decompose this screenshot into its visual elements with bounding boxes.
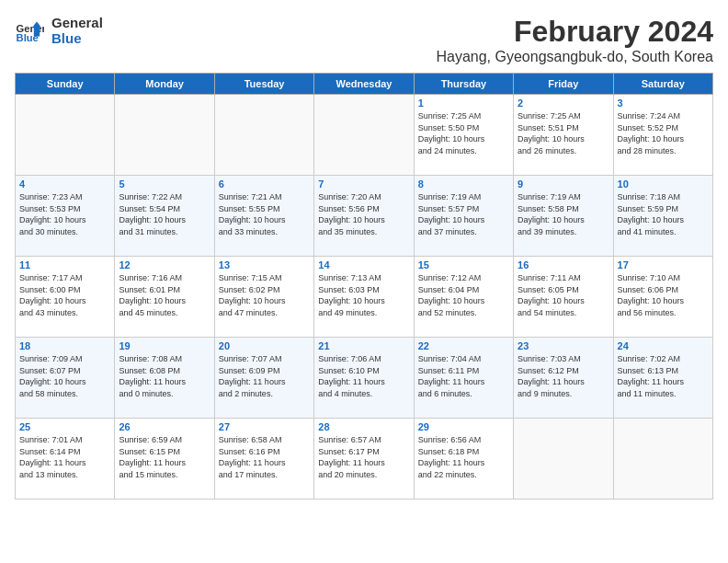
day-info: Sunrise: 7:11 AM Sunset: 6:05 PM Dayligh… bbox=[518, 272, 609, 318]
calendar-cell bbox=[115, 95, 214, 176]
calendar-cell: 1Sunrise: 7:25 AM Sunset: 5:50 PM Daylig… bbox=[414, 95, 513, 176]
day-number: 21 bbox=[318, 340, 409, 351]
day-info: Sunrise: 7:13 AM Sunset: 6:03 PM Dayligh… bbox=[318, 272, 409, 318]
calendar-cell: 29Sunrise: 6:56 AM Sunset: 6:18 PM Dayli… bbox=[414, 419, 513, 500]
week-row-4: 18Sunrise: 7:09 AM Sunset: 6:07 PM Dayli… bbox=[16, 338, 713, 419]
weekday-header-saturday: Saturday bbox=[613, 74, 712, 95]
calendar-cell: 24Sunrise: 7:02 AM Sunset: 6:13 PM Dayli… bbox=[613, 338, 712, 419]
calendar-cell: 6Sunrise: 7:21 AM Sunset: 5:55 PM Daylig… bbox=[214, 176, 313, 257]
day-info: Sunrise: 7:19 AM Sunset: 5:58 PM Dayligh… bbox=[518, 191, 609, 237]
day-number: 3 bbox=[618, 98, 709, 109]
calendar-cell: 15Sunrise: 7:12 AM Sunset: 6:04 PM Dayli… bbox=[414, 257, 513, 338]
calendar-cell: 10Sunrise: 7:18 AM Sunset: 5:59 PM Dayli… bbox=[613, 176, 712, 257]
calendar-cell: 13Sunrise: 7:15 AM Sunset: 6:02 PM Dayli… bbox=[214, 257, 313, 338]
page-header: General Blue General Blue February 2024 … bbox=[15, 15, 713, 65]
calendar-cell: 5Sunrise: 7:22 AM Sunset: 5:54 PM Daylig… bbox=[115, 176, 214, 257]
logo-general: General bbox=[51, 15, 103, 30]
day-number: 8 bbox=[418, 178, 509, 190]
calendar-cell: 22Sunrise: 7:04 AM Sunset: 6:11 PM Dayli… bbox=[414, 338, 513, 419]
day-number: 29 bbox=[418, 421, 509, 432]
day-info: Sunrise: 7:19 AM Sunset: 5:57 PM Dayligh… bbox=[418, 191, 509, 237]
day-info: Sunrise: 7:23 AM Sunset: 5:53 PM Dayligh… bbox=[19, 191, 110, 237]
day-info: Sunrise: 7:25 AM Sunset: 5:51 PM Dayligh… bbox=[518, 110, 609, 156]
calendar-cell: 17Sunrise: 7:10 AM Sunset: 6:06 PM Dayli… bbox=[613, 257, 712, 338]
day-number: 11 bbox=[19, 259, 110, 270]
day-info: Sunrise: 7:01 AM Sunset: 6:14 PM Dayligh… bbox=[19, 434, 110, 480]
day-number: 24 bbox=[618, 340, 709, 351]
calendar-cell: 16Sunrise: 7:11 AM Sunset: 6:05 PM Dayli… bbox=[514, 257, 613, 338]
day-number: 12 bbox=[119, 259, 210, 270]
calendar-cell bbox=[514, 419, 613, 500]
calendar-cell: 11Sunrise: 7:17 AM Sunset: 6:00 PM Dayli… bbox=[16, 257, 115, 338]
day-number: 19 bbox=[119, 340, 210, 351]
day-info: Sunrise: 7:15 AM Sunset: 6:02 PM Dayligh… bbox=[219, 272, 310, 318]
day-number: 20 bbox=[219, 340, 310, 351]
day-number: 23 bbox=[518, 340, 609, 351]
day-info: Sunrise: 7:25 AM Sunset: 5:50 PM Dayligh… bbox=[418, 110, 509, 156]
calendar-cell: 3Sunrise: 7:24 AM Sunset: 5:52 PM Daylig… bbox=[613, 95, 712, 176]
day-number: 17 bbox=[618, 259, 709, 270]
day-info: Sunrise: 7:16 AM Sunset: 6:01 PM Dayligh… bbox=[119, 272, 210, 318]
day-info: Sunrise: 7:03 AM Sunset: 6:12 PM Dayligh… bbox=[518, 353, 609, 399]
day-info: Sunrise: 7:12 AM Sunset: 6:04 PM Dayligh… bbox=[418, 272, 509, 318]
day-info: Sunrise: 7:18 AM Sunset: 5:59 PM Dayligh… bbox=[618, 191, 709, 237]
day-number: 26 bbox=[119, 421, 210, 432]
day-info: Sunrise: 7:17 AM Sunset: 6:00 PM Dayligh… bbox=[19, 272, 110, 318]
day-info: Sunrise: 7:02 AM Sunset: 6:13 PM Dayligh… bbox=[618, 353, 709, 399]
week-row-3: 11Sunrise: 7:17 AM Sunset: 6:00 PM Dayli… bbox=[16, 257, 713, 338]
calendar-cell: 9Sunrise: 7:19 AM Sunset: 5:58 PM Daylig… bbox=[514, 176, 613, 257]
calendar-cell bbox=[16, 95, 115, 176]
title-area: February 2024 Hayang, Gyeongsangbuk-do, … bbox=[436, 15, 713, 65]
day-number: 14 bbox=[318, 259, 409, 270]
calendar-cell: 20Sunrise: 7:07 AM Sunset: 6:09 PM Dayli… bbox=[214, 338, 313, 419]
week-row-5: 25Sunrise: 7:01 AM Sunset: 6:14 PM Dayli… bbox=[16, 419, 713, 500]
calendar-cell: 26Sunrise: 6:59 AM Sunset: 6:15 PM Dayli… bbox=[115, 419, 214, 500]
calendar-cell bbox=[613, 419, 712, 500]
logo: General Blue General Blue bbox=[15, 15, 103, 46]
day-number: 15 bbox=[418, 259, 509, 270]
calendar-cell: 27Sunrise: 6:58 AM Sunset: 6:16 PM Dayli… bbox=[214, 419, 313, 500]
day-number: 9 bbox=[518, 178, 609, 190]
weekday-header-tuesday: Tuesday bbox=[214, 74, 313, 95]
calendar-cell: 18Sunrise: 7:09 AM Sunset: 6:07 PM Dayli… bbox=[16, 338, 115, 419]
day-info: Sunrise: 6:56 AM Sunset: 6:18 PM Dayligh… bbox=[418, 434, 509, 480]
day-number: 16 bbox=[518, 259, 609, 270]
day-number: 2 bbox=[518, 98, 609, 109]
calendar-cell: 4Sunrise: 7:23 AM Sunset: 5:53 PM Daylig… bbox=[16, 176, 115, 257]
week-row-2: 4Sunrise: 7:23 AM Sunset: 5:53 PM Daylig… bbox=[16, 176, 713, 257]
calendar-cell: 19Sunrise: 7:08 AM Sunset: 6:08 PM Dayli… bbox=[115, 338, 214, 419]
calendar-cell bbox=[314, 95, 414, 176]
calendar-cell: 2Sunrise: 7:25 AM Sunset: 5:51 PM Daylig… bbox=[514, 95, 613, 176]
day-info: Sunrise: 7:07 AM Sunset: 6:09 PM Dayligh… bbox=[219, 353, 310, 399]
day-number: 5 bbox=[119, 178, 210, 190]
day-info: Sunrise: 7:06 AM Sunset: 6:10 PM Dayligh… bbox=[318, 353, 409, 399]
calendar-cell: 23Sunrise: 7:03 AM Sunset: 6:12 PM Dayli… bbox=[514, 338, 613, 419]
weekday-header-monday: Monday bbox=[115, 74, 214, 95]
day-info: Sunrise: 7:08 AM Sunset: 6:08 PM Dayligh… bbox=[119, 353, 210, 399]
weekday-header-thursday: Thursday bbox=[414, 74, 513, 95]
day-info: Sunrise: 6:58 AM Sunset: 6:16 PM Dayligh… bbox=[219, 434, 310, 480]
day-number: 22 bbox=[418, 340, 509, 351]
weekday-header-friday: Friday bbox=[514, 74, 613, 95]
day-info: Sunrise: 7:09 AM Sunset: 6:07 PM Dayligh… bbox=[19, 353, 110, 399]
day-info: Sunrise: 7:21 AM Sunset: 5:55 PM Dayligh… bbox=[219, 191, 310, 237]
day-info: Sunrise: 7:20 AM Sunset: 5:56 PM Dayligh… bbox=[318, 191, 409, 237]
day-number: 13 bbox=[219, 259, 310, 270]
day-number: 28 bbox=[318, 421, 409, 432]
day-info: Sunrise: 6:59 AM Sunset: 6:15 PM Dayligh… bbox=[119, 434, 210, 480]
weekday-header-sunday: Sunday bbox=[16, 74, 115, 95]
calendar-cell: 7Sunrise: 7:20 AM Sunset: 5:56 PM Daylig… bbox=[314, 176, 414, 257]
month-title: February 2024 bbox=[436, 15, 713, 49]
day-number: 10 bbox=[618, 178, 709, 190]
calendar-cell bbox=[214, 95, 313, 176]
day-number: 27 bbox=[219, 421, 310, 432]
calendar-cell: 12Sunrise: 7:16 AM Sunset: 6:01 PM Dayli… bbox=[115, 257, 214, 338]
calendar-cell: 8Sunrise: 7:19 AM Sunset: 5:57 PM Daylig… bbox=[414, 176, 513, 257]
day-number: 7 bbox=[318, 178, 409, 190]
calendar-cell: 14Sunrise: 7:13 AM Sunset: 6:03 PM Dayli… bbox=[314, 257, 414, 338]
logo-blue: Blue bbox=[51, 30, 103, 46]
day-number: 18 bbox=[19, 340, 110, 351]
calendar-cell: 21Sunrise: 7:06 AM Sunset: 6:10 PM Dayli… bbox=[314, 338, 414, 419]
calendar-cell: 28Sunrise: 6:57 AM Sunset: 6:17 PM Dayli… bbox=[314, 419, 414, 500]
logo-icon: General Blue bbox=[15, 16, 44, 45]
